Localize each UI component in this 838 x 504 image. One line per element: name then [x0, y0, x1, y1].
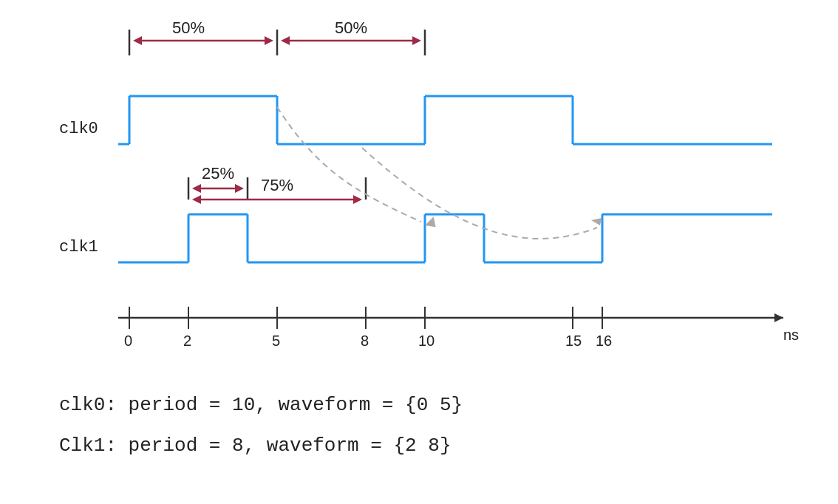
dashed-arrowhead-2 — [591, 218, 602, 225]
pct-50-left: 50% — [172, 18, 205, 37]
arrow-25-right — [235, 184, 244, 193]
pct-75: 75% — [261, 176, 293, 194]
tick-10: 10 — [418, 333, 435, 349]
tick-16: 16 — [596, 333, 612, 349]
clk0-label: clk0 — [59, 120, 98, 138]
arrow-50-left — [133, 36, 142, 45]
arrow-25-left — [192, 184, 201, 193]
pct-25: 25% — [202, 164, 234, 183]
clk1-annotation: Clk1: period = 8, waveform = {2 8} — [59, 435, 452, 457]
dashed-arrow-1 — [277, 107, 421, 222]
arrow-50-right-r — [412, 36, 421, 45]
tick-8: 8 — [361, 333, 369, 349]
axis-arrow — [774, 313, 783, 322]
tick-5: 5 — [272, 333, 280, 349]
dashed-arrow-2 — [362, 148, 597, 239]
tick-15: 15 — [565, 333, 582, 349]
arrow-75-left — [192, 195, 201, 204]
diagram-container: 0 2 5 8 10 15 16 ns clk0 — [0, 0, 838, 504]
unit-label: ns — [783, 327, 799, 343]
arrow-50-left-r — [265, 36, 273, 45]
arrow-50-right — [281, 36, 290, 45]
clk0-annotation: clk0: period = 10, waveform = {0 5} — [59, 394, 463, 416]
pct-50-right: 50% — [335, 18, 367, 37]
tick-0: 0 — [124, 333, 132, 349]
clk1-label: clk1 — [59, 238, 98, 256]
arrow-75-right — [353, 195, 362, 204]
tick-2: 2 — [183, 333, 191, 349]
